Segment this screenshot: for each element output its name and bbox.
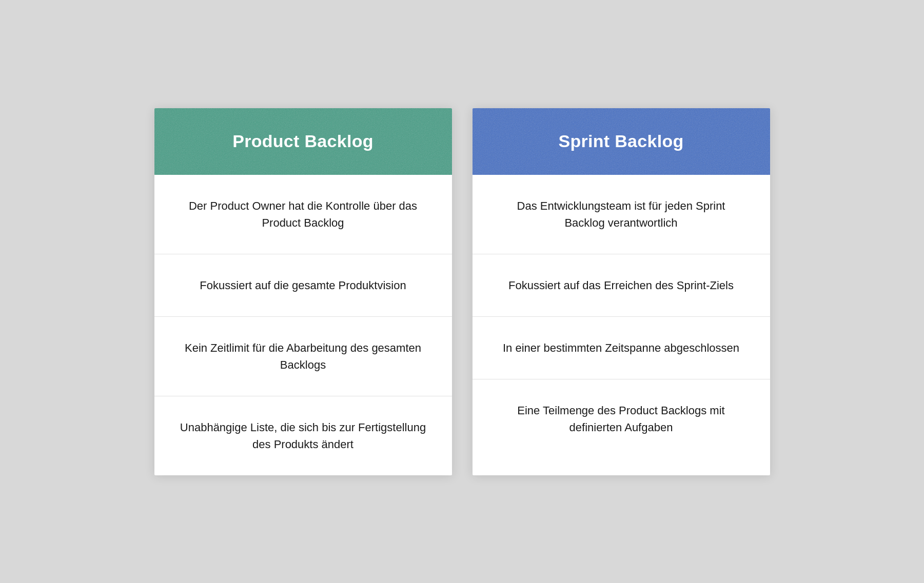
card-item-product-backlog-0: Der Product Owner hat die Kontrolle über… bbox=[154, 175, 452, 254]
card-header-title-product-backlog: Product Backlog bbox=[232, 131, 373, 151]
card-item-text-sprint-backlog-3: Eine Teilmenge des Product Backlogs mit … bbox=[498, 402, 744, 436]
comparison-container: Product BacklogDer Product Owner hat die… bbox=[124, 77, 801, 506]
card-item-text-product-backlog-2: Kein Zeitlimit für die Abarbeitung des g… bbox=[180, 339, 426, 373]
card-item-sprint-backlog-0: Das Entwicklungsteam ist für jeden Sprin… bbox=[473, 175, 770, 254]
card-item-text-sprint-backlog-0: Das Entwicklungsteam ist für jeden Sprin… bbox=[498, 197, 744, 231]
card-item-product-backlog-1: Fokussiert auf die gesamte Produktvision bbox=[154, 254, 452, 317]
card-item-text-product-backlog-3: Unabhängige Liste, die sich bis zur Fert… bbox=[180, 419, 426, 453]
card-header-sprint-backlog: Sprint Backlog bbox=[473, 108, 770, 175]
card-sprint-backlog: Sprint BacklogDas Entwicklungsteam ist f… bbox=[473, 108, 770, 475]
card-body-product-backlog: Der Product Owner hat die Kontrolle über… bbox=[154, 175, 452, 475]
card-item-sprint-backlog-3: Eine Teilmenge des Product Backlogs mit … bbox=[473, 379, 770, 458]
card-item-sprint-backlog-2: In einer bestimmten Zeitspanne abgeschlo… bbox=[473, 317, 770, 379]
card-item-text-product-backlog-0: Der Product Owner hat die Kontrolle über… bbox=[180, 197, 426, 231]
card-item-product-backlog-2: Kein Zeitlimit für die Abarbeitung des g… bbox=[154, 317, 452, 396]
card-header-title-sprint-backlog: Sprint Backlog bbox=[558, 131, 683, 151]
card-item-text-product-backlog-1: Fokussiert auf die gesamte Produktvision bbox=[180, 277, 426, 294]
card-item-text-sprint-backlog-2: In einer bestimmten Zeitspanne abgeschlo… bbox=[498, 339, 744, 356]
card-header-product-backlog: Product Backlog bbox=[154, 108, 452, 175]
card-product-backlog: Product BacklogDer Product Owner hat die… bbox=[154, 108, 452, 475]
card-item-text-sprint-backlog-1: Fokussiert auf das Erreichen des Sprint-… bbox=[498, 277, 744, 294]
card-body-sprint-backlog: Das Entwicklungsteam ist für jeden Sprin… bbox=[473, 175, 770, 458]
card-item-sprint-backlog-1: Fokussiert auf das Erreichen des Sprint-… bbox=[473, 254, 770, 317]
card-item-product-backlog-3: Unabhängige Liste, die sich bis zur Fert… bbox=[154, 396, 452, 475]
